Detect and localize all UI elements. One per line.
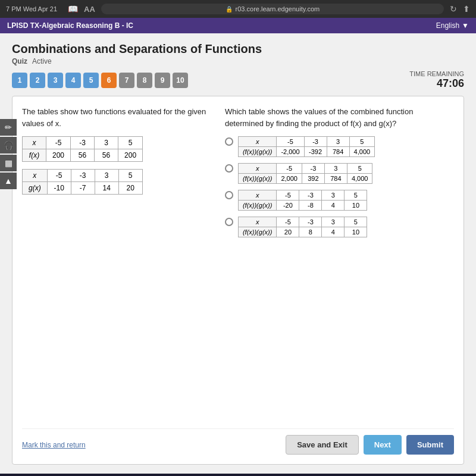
quiz-status: Quiz Active [12, 57, 464, 65]
opt-d-v1: 20 [277, 227, 299, 237]
opt-b-v2: 392 [302, 174, 324, 184]
opt-b-v1: 2,000 [277, 174, 302, 184]
opt-a-v4: 4,000 [349, 147, 375, 157]
opt-d-v2: 8 [299, 227, 322, 237]
answer-table-b: x -5 -3 3 5 (f(x))(g(x)) 2,000 392 784 [238, 163, 373, 184]
answer-option-b[interactable]: x -5 -3 3 5 (f(x))(g(x)) 2,000 392 784 [225, 163, 454, 184]
opt-a-v1: -2,000 [277, 147, 304, 157]
q-num-1[interactable]: 1 [12, 73, 27, 88]
q-num-5[interactable]: 5 [83, 73, 99, 88]
opt-a-label: (f(x))(g(x)) [238, 147, 276, 157]
q-num-8[interactable]: 8 [137, 73, 152, 88]
url-bar[interactable]: 🔒 r03.core.learn.edgenuity.com [101, 4, 444, 14]
fx-table: x -5 -3 3 5 f(x) 200 56 56 200 [22, 136, 143, 162]
opt-b-label: (f(x))(g(x)) [238, 174, 276, 184]
fx-header-x: x [23, 137, 46, 149]
submit-button[interactable]: Submit [406, 435, 454, 455]
q-num-3[interactable]: 3 [48, 73, 63, 88]
right-side: Which table shows the values of the comb… [225, 106, 454, 421]
gx-header-n5: -5 [47, 170, 71, 182]
language-label: English [436, 21, 459, 30]
fx-val-n5: 200 [46, 149, 71, 162]
radio-c[interactable] [225, 191, 233, 199]
aa-button[interactable]: AA [84, 5, 95, 14]
share-icon[interactable]: ⬆ [463, 4, 470, 14]
lock-icon: 🔒 [226, 6, 233, 12]
radio-a[interactable] [225, 137, 233, 146]
answer-option-a[interactable]: x -5 -3 3 5 (f(x))(g(x)) -2,000 -392 784 [225, 136, 454, 157]
gx-header-3: 3 [95, 170, 118, 182]
opt-a-v2: -392 [304, 147, 327, 157]
question-numbers: 1 2 3 4 5 6 7 8 9 10 [12, 73, 188, 88]
opt-d-label: (f(x))(g(x)) [238, 227, 276, 237]
radio-b[interactable] [225, 164, 233, 173]
gx-val-n3: -7 [71, 182, 95, 195]
q-num-6[interactable]: 6 [101, 73, 117, 88]
q-num-7[interactable]: 7 [119, 73, 134, 88]
chevron-down-icon: ▼ [462, 21, 469, 30]
browser-time: 7 PM Wed Apr 21 [6, 5, 57, 12]
course-title: LPISD TX-Algebraic Reasoning B - IC [7, 21, 133, 30]
content-card: The tables show two functions evaluated … [12, 96, 464, 465]
save-exit-button[interactable]: Save and Exit [286, 435, 359, 455]
gx-header-5: 5 [118, 170, 142, 182]
language-selector[interactable]: English ▼ [436, 21, 469, 30]
answer-table-d: x -5 -3 3 5 (f(x))(g(x)) 20 8 4 [238, 217, 367, 237]
bottom-buttons: Save and Exit Next Submit [286, 435, 454, 455]
arrow-icon[interactable]: ▲ [0, 173, 17, 189]
question-area: The tables show two functions evaluated … [22, 106, 454, 421]
calculator-icon[interactable]: ▦ [0, 155, 17, 171]
opt-c-v1: -20 [277, 201, 299, 211]
fx-header-5: 5 [118, 137, 143, 149]
mark-return-link[interactable]: Mark this and return [22, 441, 86, 449]
left-question-text: The tables show two functions evaluated … [22, 106, 213, 129]
answer-table-a: x -5 -3 3 5 (f(x))(g(x)) -2,000 -392 784 [238, 136, 375, 157]
next-button[interactable]: Next [364, 435, 402, 455]
bottom-bar: Mark this and return Save and Exit Next … [22, 428, 454, 455]
main-container: Combinations and Separations of Function… [0, 33, 476, 474]
gx-header-n3: -3 [71, 170, 95, 182]
browser-bar: 7 PM Wed Apr 21 📖 AA 🔒 r03.core.learn.ed… [0, 0, 476, 18]
fx-val-5: 200 [118, 149, 143, 162]
gx-val-n5: -10 [47, 182, 71, 195]
opt-c-label: (f(x))(g(x)) [238, 201, 276, 211]
page-title: Combinations and Separations of Function… [12, 42, 464, 56]
opt-b-v4: 4,000 [347, 174, 372, 184]
radio-d[interactable] [225, 218, 233, 226]
answer-table-c: x -5 -3 3 5 (f(x))(g(x)) -20 -8 4 [238, 190, 367, 211]
gx-label: g(x) [23, 182, 48, 195]
answer-option-c[interactable]: x -5 -3 3 5 (f(x))(g(x)) -20 -8 4 [225, 190, 454, 211]
fx-header-n3: -3 [71, 137, 95, 149]
opt-a-v3: 784 [327, 147, 349, 157]
book-icon: 📖 [68, 4, 78, 14]
active-label: Active [32, 57, 52, 65]
gx-val-5: 20 [118, 182, 142, 195]
right-question-text: Which table shows the values of the comb… [225, 106, 454, 129]
answer-option-d[interactable]: x -5 -3 3 5 (f(x))(g(x)) 20 8 4 [225, 217, 454, 237]
opt-c-v2: -8 [299, 201, 322, 211]
left-side: The tables show two functions evaluated … [22, 106, 213, 421]
fx-val-3: 56 [95, 149, 118, 162]
opt-c-v3: 4 [322, 201, 345, 211]
fx-label: f(x) [23, 149, 46, 162]
fx-header-3: 3 [95, 137, 118, 149]
q-num-9[interactable]: 9 [155, 73, 170, 88]
fx-val-n3: 56 [71, 149, 95, 162]
fx-header-n5: -5 [46, 137, 71, 149]
opt-d-v4: 10 [345, 227, 367, 237]
headphone-icon[interactable]: 🎧 [0, 137, 17, 154]
side-icons: ✏ 🎧 ▦ ▲ [0, 119, 17, 189]
reload-icon[interactable]: ↻ [450, 4, 457, 14]
gx-val-3: 14 [95, 182, 118, 195]
url-text: r03.core.learn.edgenuity.com [236, 5, 320, 12]
q-num-10[interactable]: 10 [173, 73, 188, 88]
q-num-2[interactable]: 2 [30, 73, 45, 88]
opt-b-v3: 784 [324, 174, 347, 184]
question-nav: 1 2 3 4 5 6 7 8 9 10 TIME REMAINING 47:0… [12, 70, 464, 90]
time-remaining-label: TIME REMAINING [409, 70, 464, 77]
gx-header-x: x [23, 170, 48, 182]
pencil-icon[interactable]: ✏ [0, 119, 17, 136]
q-num-4[interactable]: 4 [65, 73, 81, 88]
nav-bar: LPISD TX-Algebraic Reasoning B - IC Engl… [0, 18, 476, 33]
page-header: Combinations and Separations of Function… [12, 42, 464, 65]
